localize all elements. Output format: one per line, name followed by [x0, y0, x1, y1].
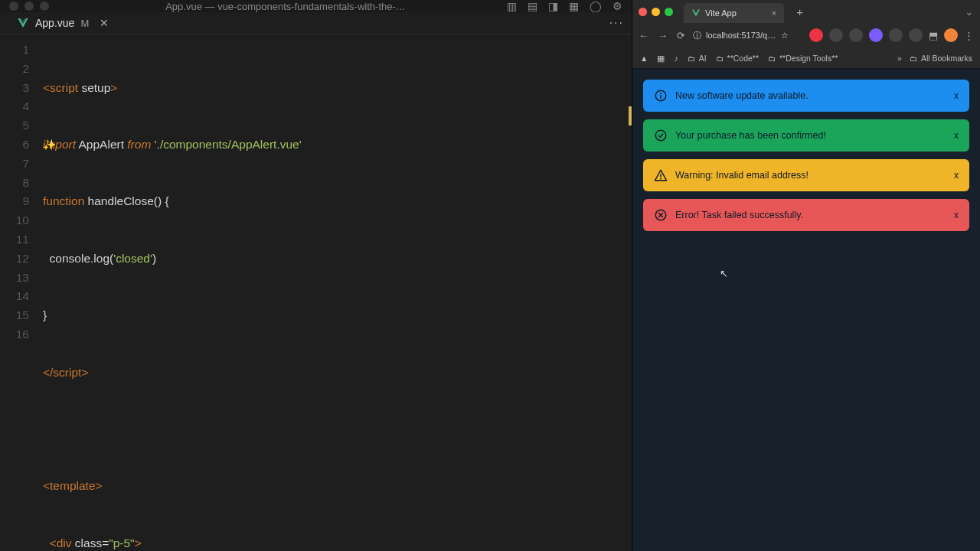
- panel-toggle-icon[interactable]: ⬒: [929, 30, 938, 41]
- bookmark-item[interactable]: ▦: [657, 54, 665, 63]
- change-marker: [629, 106, 632, 126]
- alert-message: Warning: Invalid email address!: [675, 170, 946, 181]
- minimize-window-dot[interactable]: [24, 2, 34, 11]
- address-bar[interactable]: ⓘ localhost:5173/qui… ☆: [693, 30, 789, 41]
- code-content[interactable]: <script setup> import AppAlert from './c…: [43, 41, 632, 551]
- bookmarks-bar: ▲ ▦ ♪ 🗀AI 🗀**Code** 🗀**Design Tools** » …: [632, 47, 980, 69]
- extension-icon[interactable]: [909, 28, 923, 42]
- bookmark-folder[interactable]: 🗀**Code**: [716, 54, 759, 63]
- layout-right-icon[interactable]: ◨: [548, 0, 558, 12]
- vue-logo-icon: [17, 17, 29, 29]
- file-tab-app-vue[interactable]: App.vue M ✕: [8, 12, 118, 34]
- extension-icon[interactable]: [889, 28, 903, 42]
- browser-toolbar: ← → ⟳ ⓘ localhost:5173/qui… ☆ ⬒ ⋮: [632, 23, 980, 47]
- alert-close-button[interactable]: x: [954, 90, 959, 101]
- new-tab-button[interactable]: +: [796, 5, 803, 18]
- tab-overflow-icon[interactable]: ⌄: [965, 5, 974, 18]
- all-bookmarks-button[interactable]: 🗀 All Bookmarks: [910, 54, 972, 63]
- gear-icon[interactable]: ⚙: [612, 0, 622, 12]
- svg-point-5: [660, 178, 662, 180]
- toolbar-right: ⬒ ⋮: [809, 28, 974, 42]
- line-gutter: 12 34 56 78 910 1112 1314 1516: [0, 41, 43, 551]
- alert-error: Error! Task failed successfully. x: [643, 199, 969, 231]
- extension-icon[interactable]: [829, 28, 843, 42]
- back-button[interactable]: ←: [639, 30, 648, 41]
- account-icon[interactable]: ◯: [590, 0, 602, 12]
- url-text: localhost:5173/qui…: [706, 31, 776, 40]
- bookmark-folder[interactable]: 🗀**Design Tools**: [768, 54, 838, 63]
- editor-pane: App.vue — vue-components-fundamentals-wi…: [0, 0, 632, 551]
- browser-tab-title: Vite App: [705, 8, 737, 18]
- browser-tabstrip: Vite App × + ⌄: [632, 0, 980, 23]
- browser-tab[interactable]: Vite App ×: [684, 3, 784, 23]
- svg-rect-4: [660, 174, 662, 178]
- info-icon: [654, 89, 668, 103]
- alert-info: New software update available. x: [643, 80, 969, 112]
- close-window-dot[interactable]: [639, 8, 647, 16]
- browser-tab-close[interactable]: ×: [772, 8, 776, 18]
- nav-controls: ← → ⟳: [639, 30, 685, 41]
- editor-title-actions: ▥ ▤ ◨ ▦ ◯ ⚙: [507, 0, 622, 12]
- alert-success: Your purchase has been confirmed! x: [643, 119, 969, 152]
- reload-button[interactable]: ⟳: [677, 30, 685, 41]
- close-window-dot[interactable]: [9, 2, 18, 11]
- mac-traffic-lights[interactable]: [9, 2, 49, 11]
- error-circle-icon: [654, 208, 668, 222]
- bookmark-folder[interactable]: 🗀AI: [688, 54, 707, 63]
- extension-icon[interactable]: [809, 28, 823, 42]
- editor-tabs: App.vue M ✕ ···: [0, 12, 632, 34]
- warning-triangle-icon: [654, 168, 668, 182]
- alert-message: Your purchase has been confirmed!: [675, 130, 946, 141]
- alert-warning: Warning: Invalid email address! x: [643, 159, 969, 191]
- browser-pane: Vite App × + ⌄ ← → ⟳ ⓘ localhost:5173/qu…: [632, 0, 980, 551]
- extension-icon[interactable]: [869, 28, 883, 42]
- alert-close-button[interactable]: x: [954, 170, 959, 181]
- tab-overflow-menu[interactable]: ···: [609, 16, 624, 30]
- mouse-cursor-icon: ↖: [720, 268, 728, 279]
- alert-close-button[interactable]: x: [954, 210, 959, 220]
- menu-icon[interactable]: ⋮: [964, 30, 974, 41]
- tab-close-button[interactable]: ✕: [100, 17, 109, 29]
- bookmarks-overflow[interactable]: »: [897, 54, 902, 63]
- tab-filename: App.vue: [35, 17, 74, 29]
- panel-icon[interactable]: ▦: [569, 0, 579, 12]
- bookmark-item[interactable]: ▲: [640, 54, 648, 63]
- svg-point-3: [655, 130, 666, 141]
- editor-titlebar: App.vue — vue-components-fundamentals-wi…: [0, 0, 632, 12]
- minimize-window-dot[interactable]: [652, 8, 660, 16]
- svg-rect-2: [660, 95, 662, 99]
- check-circle-icon: [654, 129, 668, 142]
- alert-message: Error! Task failed successfully.: [675, 210, 946, 220]
- site-info-icon[interactable]: ⓘ: [693, 30, 701, 41]
- layout-left-icon[interactable]: ▥: [507, 0, 517, 12]
- page-content: New software update available. x Your pu…: [632, 69, 980, 551]
- alert-message: New software update available.: [675, 90, 946, 101]
- sparkle-icon: ✨: [43, 135, 56, 155]
- alert-close-button[interactable]: x: [954, 130, 959, 141]
- layout-bottom-icon[interactable]: ▤: [528, 0, 537, 12]
- tab-modified-indicator: M: [80, 18, 89, 29]
- bookmark-item[interactable]: ♪: [674, 54, 678, 63]
- star-icon[interactable]: ☆: [781, 31, 789, 41]
- extension-icon[interactable]: [849, 28, 863, 42]
- code-editor[interactable]: 12 34 56 78 910 1112 1314 1516 <script s…: [0, 34, 632, 551]
- browser-traffic-lights[interactable]: [639, 8, 673, 16]
- zoom-window-dot[interactable]: [40, 2, 49, 11]
- vite-icon: [691, 8, 701, 18]
- profile-avatar-icon[interactable]: [944, 28, 958, 42]
- forward-button[interactable]: →: [658, 30, 668, 41]
- window-title: App.vue — vue-components-fundamentals-wi…: [64, 1, 507, 12]
- zoom-window-dot[interactable]: [665, 8, 673, 16]
- svg-point-1: [660, 93, 662, 94]
